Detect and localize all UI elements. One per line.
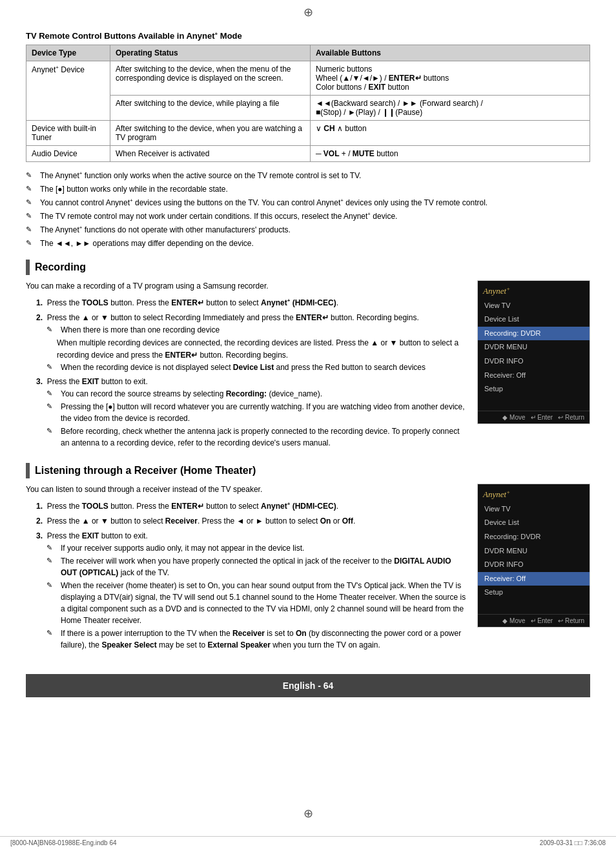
recording-subnote-text-2b: When the recording device is not display… <box>61 362 426 373</box>
recording-text: You can make a recording of a TV program… <box>26 280 469 453</box>
recording-subnote-2a: ✎ When there is more than one recording … <box>46 324 469 336</box>
note-1: ✎ The Anynet+ function only works when t… <box>26 170 590 181</box>
receiver-subnote-3b: ✎ The receiver will work when you have p… <box>46 555 469 578</box>
recording-sub-detail: When multiple recording devices are conn… <box>57 337 469 362</box>
note-icon-5: ✎ <box>26 224 37 235</box>
receiver-subnote-3c: ✎ When the receiver (home theater) is se… <box>46 580 469 626</box>
receiver-subnote-text-3c: When the receiver (home theater) is set … <box>61 580 469 626</box>
recording-menu-item-1: View TV <box>478 299 590 313</box>
table-title: TV Remote Control Buttons Available in A… <box>26 31 590 41</box>
receiver-menu-item-7: Setup <box>478 586 590 600</box>
receiver-menu-item-6: Receiver: Off <box>478 572 590 586</box>
receiver-text: You can listen to sound through a receiv… <box>26 484 469 655</box>
receiver-subnote-text-3b: The receiver will work when you have pro… <box>61 555 469 578</box>
note-icon-r3c: ✎ <box>46 425 58 436</box>
recording-menu-item-2: Device List <box>478 312 590 327</box>
status-anynet-2: After switching to the device, while pla… <box>110 96 311 121</box>
note-icon-rec3b: ✎ <box>46 555 58 566</box>
receiver-step-3: 3. Press the EXIT button to exit. ✎ If y… <box>36 530 469 651</box>
recording-menu-item-3: Recording: DVDR <box>478 327 590 341</box>
recording-section-header: Recording <box>26 260 590 275</box>
receiver-menu-item-3: Recording: DVDR <box>478 530 590 544</box>
page-container: ⊕ TV Remote Control Buttons Available in… <box>0 0 616 849</box>
recording-menu-footer: ◆ Move ↵ Enter ↩ Return <box>478 411 590 424</box>
recording-step-3: 3. Press the EXIT button to exit. ✎ You … <box>36 376 469 449</box>
buttons-audio: ─ VOL + / MUTE button <box>311 146 590 162</box>
recording-subnote-text-3c: Before recording, check whether the ante… <box>61 425 469 449</box>
note-text-5: The Anynet+ functions do not operate wit… <box>40 224 291 236</box>
menu-footer-enter: ↵ Enter <box>531 414 553 421</box>
receiver-section-header: Listening through a Receiver (Home Theat… <box>26 463 590 478</box>
device-audio: Audio Device <box>26 146 110 162</box>
recording-content: You can make a recording of a TV program… <box>26 280 590 453</box>
status-anynet-1: After switching to the device, when the … <box>110 61 311 96</box>
notes-section: ✎ The Anynet+ function only works when t… <box>26 170 590 249</box>
menu-footer-move: ◆ Move <box>502 414 525 421</box>
receiver-title: Listening through a Receiver (Home Theat… <box>35 465 256 476</box>
note-text-4: The TV remote control may not work under… <box>40 210 397 222</box>
note-icon-r2a: ✎ <box>46 324 58 335</box>
recording-subnote-3c: ✎ Before recording, check whether the an… <box>46 425 469 449</box>
note-icon-rec3a: ✎ <box>46 542 58 553</box>
receiver-menu-item-4: DVDR MENU <box>478 544 590 558</box>
table-row: Device with built-in Tuner After switchi… <box>26 121 590 146</box>
recording-step-2: 2. Press the ▲ or ▼ button to select Rec… <box>36 312 469 374</box>
note-text-3: You cannot control Anynet+ devices using… <box>40 197 488 209</box>
recording-menu-logo: Anynet+ <box>478 281 590 297</box>
footer-right-text: 2009-03-31 □□ 7:36:08 <box>540 839 606 846</box>
remote-control-table: Device Type Operating Status Available B… <box>26 45 590 162</box>
receiver-menu-box: Anynet+ View TV Device List Recording: D… <box>477 484 590 627</box>
recording-menu-item-6: Receiver: Off <box>478 369 590 383</box>
crosshair-top-icon: ⊕ <box>303 5 313 19</box>
receiver-subnote-text-3a: If your receiver supports audio only, it… <box>61 542 304 554</box>
note-text-2: The [●] button works only while in the r… <box>40 183 228 195</box>
section-bar-recording <box>26 260 30 275</box>
receiver-menu-logo: Anynet+ <box>478 484 590 500</box>
note-icon-6: ✎ <box>26 238 37 249</box>
note-icon-2: ✎ <box>26 183 37 194</box>
recording-subnote-3a: ✎ You can record the source streams by s… <box>46 388 469 400</box>
note-icon-r3b: ✎ <box>46 401 58 412</box>
recording-step-1: 1. Press the TOOLS button. Press the ENT… <box>36 297 469 309</box>
menu-footer-return: ↩ Return <box>558 414 584 421</box>
receiver-menu-items: View TV Device List Recording: DVDR DVDR… <box>478 501 590 601</box>
buttons-anynet-2: ◄◄(Backward search) / ►► (Forward search… <box>311 96 590 121</box>
status-tuner: After switching to the device, when you … <box>110 121 311 146</box>
note-text-6: The ◄◄, ►► operations may differ dependi… <box>40 238 254 249</box>
recording-menu-item-4: DVDR MENU <box>478 340 590 354</box>
recording-subnote-text-3b: Pressing the [●] button will record what… <box>61 401 469 424</box>
receiver-menu-item-2: Device List <box>478 516 590 530</box>
device-anynet: Anynet+ Device <box>26 61 110 121</box>
device-tuner: Device with built-in Tuner <box>26 121 110 146</box>
recording-intro: You can make a recording of a TV program… <box>26 280 469 292</box>
receiver-menu-footer-move: ◆ Move <box>502 617 525 624</box>
table-row: Anynet+ Device After switching to the de… <box>26 61 590 96</box>
table-row: Audio Device When Receiver is activated … <box>26 146 590 162</box>
receiver-step-1: 1. Press the TOOLS button. Press the ENT… <box>36 500 469 513</box>
recording-menu-box: Anynet+ View TV Device List Recording: D… <box>477 280 590 424</box>
receiver-menu-footer-enter: ↵ Enter <box>531 617 553 624</box>
footer-center-text: English - 64 <box>283 680 334 691</box>
col-header-device: Device Type <box>26 45 110 61</box>
page-footer-bar: English - 64 <box>26 674 590 697</box>
buttons-anynet-1: Numeric buttonsWheel (▲/▼/◄/►) / ENTER↵ … <box>311 61 590 96</box>
note-icon-rec3c: ✎ <box>46 580 58 591</box>
receiver-menu-item-1: View TV <box>478 502 590 517</box>
col-header-status: Operating Status <box>110 45 311 61</box>
receiver-content: You can listen to sound through a receiv… <box>26 484 590 655</box>
receiver-subnote-3d: ✎ If there is a power interruption to th… <box>46 628 469 651</box>
note-3: ✎ You cannot control Anynet+ devices usi… <box>26 197 590 209</box>
note-4: ✎ The TV remote control may not work und… <box>26 210 590 222</box>
recording-menu-item-7: Setup <box>478 382 590 396</box>
note-icon-rec3d: ✎ <box>46 628 58 639</box>
recording-subnote-3b: ✎ Pressing the [●] button will record wh… <box>46 401 469 424</box>
receiver-intro: You can listen to sound through a receiv… <box>26 484 469 496</box>
recording-title: Recording <box>35 261 86 273</box>
note-text-1: The Anynet+ function only works when the… <box>40 170 361 181</box>
recording-subnote-text-2a: When there is more than one recording de… <box>61 324 220 336</box>
receiver-step-2: 2. Press the ▲ or ▼ button to select Rec… <box>36 515 469 527</box>
section-bar-receiver <box>26 463 30 478</box>
note-6: ✎ The ◄◄, ►► operations may differ depen… <box>26 238 590 249</box>
note-icon-3: ✎ <box>26 197 37 208</box>
receiver-menu-item-5: DVDR INFO <box>478 558 590 572</box>
